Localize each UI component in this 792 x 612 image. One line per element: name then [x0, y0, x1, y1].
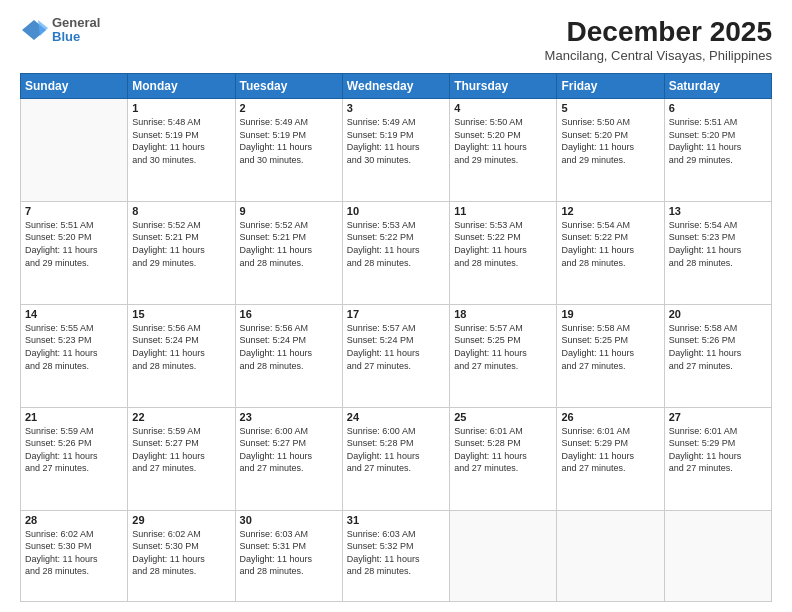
day-info-1-1: Sunrise: 5:52 AM Sunset: 5:21 PM Dayligh… [132, 219, 230, 269]
day-num-1-2: 9 [240, 205, 338, 217]
day-num-3-1: 22 [132, 411, 230, 423]
day-info-3-1: Sunrise: 5:59 AM Sunset: 5:27 PM Dayligh… [132, 425, 230, 475]
cell-0-1: 1Sunrise: 5:48 AM Sunset: 5:19 PM Daylig… [128, 99, 235, 202]
col-wednesday: Wednesday [342, 74, 449, 99]
cell-0-4: 4Sunrise: 5:50 AM Sunset: 5:20 PM Daylig… [450, 99, 557, 202]
col-sunday: Sunday [21, 74, 128, 99]
day-num-1-6: 13 [669, 205, 767, 217]
day-info-1-0: Sunrise: 5:51 AM Sunset: 5:20 PM Dayligh… [25, 219, 123, 269]
logo-general: General [52, 16, 100, 30]
day-info-3-0: Sunrise: 5:59 AM Sunset: 5:26 PM Dayligh… [25, 425, 123, 475]
cell-2-6: 20Sunrise: 5:58 AM Sunset: 5:26 PM Dayli… [664, 304, 771, 407]
cell-3-1: 22Sunrise: 5:59 AM Sunset: 5:27 PM Dayli… [128, 407, 235, 510]
col-friday: Friday [557, 74, 664, 99]
day-info-4-1: Sunrise: 6:02 AM Sunset: 5:30 PM Dayligh… [132, 528, 230, 578]
col-thursday: Thursday [450, 74, 557, 99]
day-num-3-0: 21 [25, 411, 123, 423]
day-info-4-3: Sunrise: 6:03 AM Sunset: 5:32 PM Dayligh… [347, 528, 445, 578]
day-num-2-4: 18 [454, 308, 552, 320]
cell-4-3: 31Sunrise: 6:03 AM Sunset: 5:32 PM Dayli… [342, 510, 449, 602]
cell-1-0: 7Sunrise: 5:51 AM Sunset: 5:20 PM Daylig… [21, 201, 128, 304]
day-num-1-4: 11 [454, 205, 552, 217]
day-num-0-1: 1 [132, 102, 230, 114]
cell-4-2: 30Sunrise: 6:03 AM Sunset: 5:31 PM Dayli… [235, 510, 342, 602]
day-num-2-3: 17 [347, 308, 445, 320]
day-num-2-2: 16 [240, 308, 338, 320]
day-info-2-2: Sunrise: 5:56 AM Sunset: 5:24 PM Dayligh… [240, 322, 338, 372]
day-num-1-1: 8 [132, 205, 230, 217]
cell-1-2: 9Sunrise: 5:52 AM Sunset: 5:21 PM Daylig… [235, 201, 342, 304]
cell-1-6: 13Sunrise: 5:54 AM Sunset: 5:23 PM Dayli… [664, 201, 771, 304]
logo: General Blue [20, 16, 100, 45]
cell-3-5: 26Sunrise: 6:01 AM Sunset: 5:29 PM Dayli… [557, 407, 664, 510]
col-saturday: Saturday [664, 74, 771, 99]
day-num-1-0: 7 [25, 205, 123, 217]
day-info-2-4: Sunrise: 5:57 AM Sunset: 5:25 PM Dayligh… [454, 322, 552, 372]
day-num-4-1: 29 [132, 514, 230, 526]
logo-blue: Blue [52, 30, 100, 44]
cell-1-1: 8Sunrise: 5:52 AM Sunset: 5:21 PM Daylig… [128, 201, 235, 304]
day-num-0-3: 3 [347, 102, 445, 114]
day-num-0-5: 5 [561, 102, 659, 114]
week-row-3: 21Sunrise: 5:59 AM Sunset: 5:26 PM Dayli… [21, 407, 772, 510]
cell-1-5: 12Sunrise: 5:54 AM Sunset: 5:22 PM Dayli… [557, 201, 664, 304]
calendar-table: Sunday Monday Tuesday Wednesday Thursday… [20, 73, 772, 602]
cell-3-2: 23Sunrise: 6:00 AM Sunset: 5:27 PM Dayli… [235, 407, 342, 510]
day-info-0-2: Sunrise: 5:49 AM Sunset: 5:19 PM Dayligh… [240, 116, 338, 166]
cell-1-3: 10Sunrise: 5:53 AM Sunset: 5:22 PM Dayli… [342, 201, 449, 304]
cell-0-3: 3Sunrise: 5:49 AM Sunset: 5:19 PM Daylig… [342, 99, 449, 202]
day-info-3-6: Sunrise: 6:01 AM Sunset: 5:29 PM Dayligh… [669, 425, 767, 475]
cell-3-3: 24Sunrise: 6:00 AM Sunset: 5:28 PM Dayli… [342, 407, 449, 510]
page: General Blue December 2025 Mancilang, Ce… [0, 0, 792, 612]
day-info-0-4: Sunrise: 5:50 AM Sunset: 5:20 PM Dayligh… [454, 116, 552, 166]
location: Mancilang, Central Visayas, Philippines [545, 48, 772, 63]
day-num-3-4: 25 [454, 411, 552, 423]
cell-4-5 [557, 510, 664, 602]
day-info-1-3: Sunrise: 5:53 AM Sunset: 5:22 PM Dayligh… [347, 219, 445, 269]
day-num-4-3: 31 [347, 514, 445, 526]
day-info-0-1: Sunrise: 5:48 AM Sunset: 5:19 PM Dayligh… [132, 116, 230, 166]
cell-0-2: 2Sunrise: 5:49 AM Sunset: 5:19 PM Daylig… [235, 99, 342, 202]
day-info-2-6: Sunrise: 5:58 AM Sunset: 5:26 PM Dayligh… [669, 322, 767, 372]
day-num-4-2: 30 [240, 514, 338, 526]
day-num-0-2: 2 [240, 102, 338, 114]
cell-4-4 [450, 510, 557, 602]
col-monday: Monday [128, 74, 235, 99]
col-tuesday: Tuesday [235, 74, 342, 99]
cell-2-3: 17Sunrise: 5:57 AM Sunset: 5:24 PM Dayli… [342, 304, 449, 407]
logo-icon [20, 16, 48, 44]
day-info-1-6: Sunrise: 5:54 AM Sunset: 5:23 PM Dayligh… [669, 219, 767, 269]
day-info-2-3: Sunrise: 5:57 AM Sunset: 5:24 PM Dayligh… [347, 322, 445, 372]
day-num-0-6: 6 [669, 102, 767, 114]
day-num-0-4: 4 [454, 102, 552, 114]
day-info-0-3: Sunrise: 5:49 AM Sunset: 5:19 PM Dayligh… [347, 116, 445, 166]
day-info-2-0: Sunrise: 5:55 AM Sunset: 5:23 PM Dayligh… [25, 322, 123, 372]
day-num-2-0: 14 [25, 308, 123, 320]
cell-2-4: 18Sunrise: 5:57 AM Sunset: 5:25 PM Dayli… [450, 304, 557, 407]
day-info-0-6: Sunrise: 5:51 AM Sunset: 5:20 PM Dayligh… [669, 116, 767, 166]
cell-2-0: 14Sunrise: 5:55 AM Sunset: 5:23 PM Dayli… [21, 304, 128, 407]
header-row: Sunday Monday Tuesday Wednesday Thursday… [21, 74, 772, 99]
day-num-3-5: 26 [561, 411, 659, 423]
day-num-3-3: 24 [347, 411, 445, 423]
day-info-3-4: Sunrise: 6:01 AM Sunset: 5:28 PM Dayligh… [454, 425, 552, 475]
week-row-4: 28Sunrise: 6:02 AM Sunset: 5:30 PM Dayli… [21, 510, 772, 602]
cell-2-5: 19Sunrise: 5:58 AM Sunset: 5:25 PM Dayli… [557, 304, 664, 407]
cell-1-4: 11Sunrise: 5:53 AM Sunset: 5:22 PM Dayli… [450, 201, 557, 304]
cell-2-1: 15Sunrise: 5:56 AM Sunset: 5:24 PM Dayli… [128, 304, 235, 407]
week-row-0: 1Sunrise: 5:48 AM Sunset: 5:19 PM Daylig… [21, 99, 772, 202]
day-info-2-1: Sunrise: 5:56 AM Sunset: 5:24 PM Dayligh… [132, 322, 230, 372]
cell-2-2: 16Sunrise: 5:56 AM Sunset: 5:24 PM Dayli… [235, 304, 342, 407]
cell-3-6: 27Sunrise: 6:01 AM Sunset: 5:29 PM Dayli… [664, 407, 771, 510]
day-info-3-5: Sunrise: 6:01 AM Sunset: 5:29 PM Dayligh… [561, 425, 659, 475]
day-info-4-2: Sunrise: 6:03 AM Sunset: 5:31 PM Dayligh… [240, 528, 338, 578]
cell-4-6 [664, 510, 771, 602]
logo-text: General Blue [52, 16, 100, 45]
day-info-4-0: Sunrise: 6:02 AM Sunset: 5:30 PM Dayligh… [25, 528, 123, 578]
day-num-4-0: 28 [25, 514, 123, 526]
day-num-2-1: 15 [132, 308, 230, 320]
title-block: December 2025 Mancilang, Central Visayas… [545, 16, 772, 63]
day-num-2-6: 20 [669, 308, 767, 320]
day-info-3-3: Sunrise: 6:00 AM Sunset: 5:28 PM Dayligh… [347, 425, 445, 475]
cell-0-6: 6Sunrise: 5:51 AM Sunset: 5:20 PM Daylig… [664, 99, 771, 202]
